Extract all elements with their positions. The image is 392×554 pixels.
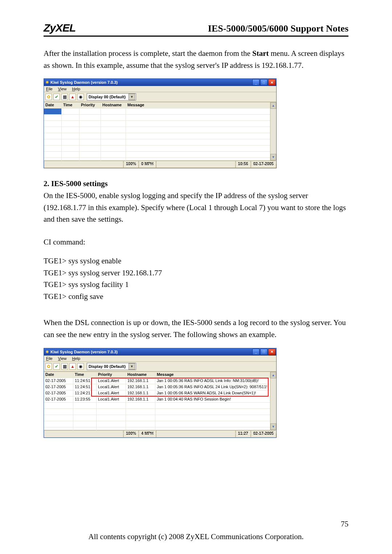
cell-hostname: 192.168.1.1: [126, 397, 155, 403]
cell-time: 11:24:21: [73, 390, 97, 397]
minimize-button[interactable]: _: [252, 349, 260, 355]
menu-help[interactable]: Help: [72, 356, 81, 361]
kiwi-window-logs: ✷ Kiwi Syslog Daemon (version 7.0.3) _ □…: [44, 348, 277, 438]
copyright-footer: All contents copyright (c) 2008 ZyXEL Co…: [0, 532, 392, 541]
cell-priority: Local1.Alert: [97, 378, 126, 384]
toolbar-icon-4[interactable]: ▲: [69, 94, 76, 100]
cell-date: 02-17-2005: [44, 384, 73, 390]
dropdown-arrow-icon[interactable]: ▼: [128, 363, 135, 370]
cell-hostname: 192.168.1.1: [126, 378, 155, 384]
brand-logo: ZyXEL: [44, 22, 75, 34]
cell-date: 02-17-2005: [44, 390, 73, 397]
log-grid: Date Time Priority Hostname Message 02-1…: [44, 372, 276, 430]
vertical-scrollbar[interactable]: ▲ ▼: [270, 102, 276, 160]
col-priority[interactable]: Priority: [79, 102, 101, 108]
cell-time: 11:24:51: [73, 384, 97, 390]
toolbar-icon-2[interactable]: ✔: [53, 363, 60, 370]
ci-command-label: CI command:: [44, 236, 348, 248]
col-message[interactable]: Message: [126, 102, 276, 108]
cell-time: 11:24:51: [73, 378, 97, 384]
window-title: Kiwi Syslog Daemon (version 7.0.3): [50, 350, 118, 354]
dropdown-arrow-icon[interactable]: ▼: [128, 94, 135, 100]
cell-message: Jan 1 00:05:06 RAS WARN ADSL 24 Link Dow…: [155, 390, 276, 397]
toolbar-icon-2[interactable]: ✔: [53, 94, 60, 100]
section-2-paragraph: On the IES-5000, enable syslog logging a…: [44, 190, 348, 225]
doc-title: IES-5000/5005/6000 Support Notes: [208, 23, 348, 34]
col-priority[interactable]: Priority: [97, 372, 126, 378]
col-message[interactable]: Message: [155, 372, 276, 378]
col-time[interactable]: Time: [73, 372, 97, 378]
paragraph-3: When the DSL connection is up or down, t…: [44, 317, 348, 340]
menubar: File View Help: [44, 356, 276, 362]
intro-paragraph: After the installation process is comple…: [44, 48, 348, 71]
menu-view[interactable]: View: [58, 87, 67, 91]
toolbar: ✿ ✔ ▦ ▲ ◉ Display 00 (Default) ▼: [44, 362, 276, 372]
display-select-label: Display 00 (Default): [89, 364, 126, 369]
display-select-label: Display 00 (Default): [89, 95, 126, 99]
col-hostname[interactable]: Hostname: [101, 102, 126, 108]
menu-file[interactable]: File: [46, 356, 53, 361]
scroll-down-icon[interactable]: ▼: [270, 154, 276, 160]
app-icon: ✷: [45, 80, 49, 85]
toolbar-icon-5[interactable]: ◉: [77, 94, 84, 100]
toolbar-icon-1[interactable]: ✿: [45, 94, 52, 100]
table-row[interactable]: 02-17-200511:24:51Local1.Alert192.168.1.…: [44, 384, 276, 390]
kiwi-window-empty: ✷ Kiwi Syslog Daemon (version 7.0.3) _ □…: [44, 78, 277, 168]
app-icon: ✷: [45, 349, 49, 354]
log-grid-empty: Date Time Priority Hostname Message ▲ ▼: [44, 102, 276, 160]
cell-priority: Local1.Alert: [97, 390, 126, 397]
cell-date: 02-17-2005: [44, 378, 73, 384]
toolbar-icon-1[interactable]: ✿: [45, 363, 52, 370]
display-select[interactable]: Display 00 (Default) ▼: [87, 93, 136, 100]
menu-help[interactable]: Help: [72, 87, 81, 91]
cell-message: Jan 1 00:05:36 RAS INFO ADSL 24 Link Up(…: [155, 384, 276, 390]
cell-hostname: 192.168.1.1: [126, 384, 155, 390]
section-2-title: 2. IES-5000 settings: [44, 179, 348, 188]
maximize-button[interactable]: □: [260, 349, 268, 355]
menu-file[interactable]: File: [46, 87, 53, 91]
col-time[interactable]: Time: [62, 102, 79, 108]
page-number: 75: [341, 520, 348, 529]
minimize-button[interactable]: _: [252, 79, 260, 86]
table-row[interactable]: 02-17-200511:23:55Local1.Alert192.168.1.…: [44, 397, 276, 403]
vertical-scrollbar[interactable]: ▲ ▼: [270, 372, 276, 430]
toolbar: ✿ ✔ ▦ ▲ ◉ Display 00 (Default) ▼: [44, 92, 276, 102]
table-row[interactable]: 02-17-200511:24:51Local1.Alert192.168.1.…: [44, 378, 276, 384]
toolbar-icon-3[interactable]: ▦: [61, 94, 68, 100]
menubar: File View Help: [44, 86, 276, 92]
cell-message: Jan 1 00:04:40 RAS INFO Session Begin!: [155, 397, 276, 403]
table-row[interactable]: 02-17-200511:24:21Local1.Alert192.168.1.…: [44, 390, 276, 397]
display-select[interactable]: Display 00 (Default) ▼: [87, 363, 136, 370]
toolbar-icon-5[interactable]: ◉: [77, 363, 84, 370]
cell-priority: Local1.Alert: [97, 384, 126, 390]
close-button[interactable]: ✕: [268, 349, 275, 355]
toolbar-icon-4[interactable]: ▲: [69, 363, 76, 370]
window-title: Kiwi Syslog Daemon (version 7.0.3): [50, 80, 118, 85]
ci-command-block: TGE1> sys syslog enable TGE1> sys syslog…: [44, 255, 348, 302]
close-button[interactable]: ✕: [268, 79, 275, 86]
cell-time: 11:23:55: [73, 397, 97, 403]
scroll-up-icon[interactable]: ▲: [270, 372, 276, 378]
col-hostname[interactable]: Hostname: [126, 372, 155, 378]
cell-date: 02-17-2005: [44, 397, 73, 403]
menu-view[interactable]: View: [58, 356, 67, 361]
toolbar-icon-3[interactable]: ▦: [61, 363, 68, 370]
cell-hostname: 192.168.1.1: [126, 390, 155, 397]
scroll-up-icon[interactable]: ▲: [270, 102, 276, 109]
scroll-down-icon[interactable]: ▼: [270, 423, 276, 430]
cell-priority: Local1.Alert: [97, 397, 126, 403]
col-date[interactable]: Date: [44, 102, 62, 108]
col-date[interactable]: Date: [44, 372, 73, 378]
cell-message: Jan 1 00:05:36 RAS INFO ADSL Link Info: …: [155, 378, 276, 384]
maximize-button[interactable]: □: [260, 79, 268, 86]
